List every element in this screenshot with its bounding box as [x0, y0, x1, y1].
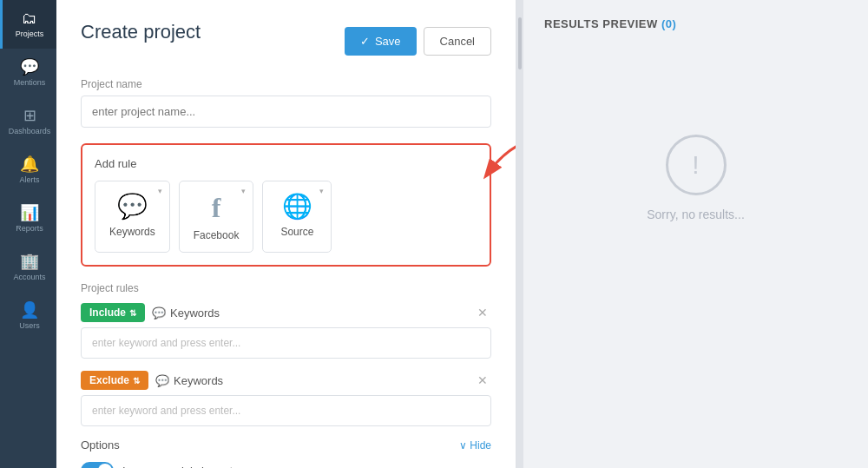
sidebar-item-label: Mentions [14, 78, 46, 87]
save-label: Save [375, 35, 401, 48]
facebook-icon: f [212, 192, 221, 224]
chevron-down-icon: ▾ [241, 187, 246, 195]
rule1-type-icon: 💬 [152, 307, 166, 320]
include-arrow-icon: ⇅ [129, 308, 136, 318]
project-rules-title: Project rules [81, 282, 491, 294]
source-label: Source [280, 226, 313, 238]
rule2-close-button[interactable]: ✕ [474, 373, 491, 387]
sidebar-item-reports[interactable]: 📊 Reports [0, 194, 56, 243]
add-rule-section: Add rule ▾ 💬 Keywords ▾ f Facebook ▾ 🌐 [81, 143, 491, 267]
exclude-arrow-icon: ⇅ [133, 376, 140, 386]
no-results-container: ! Sorry, no results... [544, 48, 847, 308]
main-content: Create project ✓ Save Cancel Project nam… [56, 0, 868, 468]
projects-icon: 🗂 [22, 10, 37, 26]
sidebar-item-label: Accounts [13, 273, 45, 281]
exclude-label: Exclude [89, 374, 129, 386]
accounts-icon: 🏢 [20, 254, 39, 269]
options-section: Options ∨ Hide Ignore special characters… [81, 438, 491, 468]
rule1-close-button[interactable]: ✕ [474, 306, 491, 320]
sidebar: 🗂 Projects 💬 Mentions ⊞ Dashboards 🔔 Ale… [0, 0, 56, 468]
project-rules-section: Project rules Include ⇅ 💬 Keywords ✕ ent… [81, 282, 491, 426]
rule2-type: 💬 Keywords [155, 374, 223, 387]
add-rule-title: Add rule [95, 157, 477, 170]
options-header: Options ∨ Hide [81, 438, 491, 452]
special-chars-label: Ignore special characters [122, 465, 248, 469]
no-results-icon: ! [666, 135, 727, 195]
rule1-type: 💬 Keywords [152, 307, 220, 320]
hide-label: Hide [470, 439, 491, 452]
rule-row-exclude: Exclude ⇅ 💬 Keywords ✕ [81, 371, 491, 390]
rule2-type-label: Keywords [174, 374, 223, 387]
sidebar-item-dashboards[interactable]: ⊞ Dashboards [0, 97, 56, 146]
options-title: Options [81, 438, 120, 452]
keywords-label: Keywords [109, 226, 155, 238]
alerts-icon: 🔔 [20, 156, 39, 172]
results-preview-header: RESULTS PREVIEW (0) [544, 17, 847, 30]
left-panel: Create project ✓ Save Cancel Project nam… [56, 0, 516, 468]
reports-icon: 📊 [20, 205, 39, 221]
project-name-input[interactable] [81, 96, 491, 128]
chevron-down-icon: ▾ [319, 187, 324, 195]
results-preview-title: RESULTS PREVIEW [544, 17, 658, 30]
include-label: Include [89, 307, 126, 319]
rule-row-include: Include ⇅ 💬 Keywords ✕ [81, 303, 491, 322]
exclude-badge[interactable]: Exclude ⇅ [81, 371, 148, 390]
sidebar-item-label: Users [19, 321, 40, 330]
action-buttons: ✓ Save Cancel [345, 27, 491, 56]
facebook-label: Facebook [194, 229, 240, 241]
mentions-icon: 💬 [20, 59, 39, 75]
results-count: (0) [661, 17, 676, 30]
right-panel: RESULTS PREVIEW (0) ! Sorry, no results.… [523, 0, 868, 468]
sidebar-item-label: Reports [16, 224, 43, 233]
save-button[interactable]: ✓ Save [345, 27, 417, 56]
sidebar-item-mentions[interactable]: 💬 Mentions [0, 49, 56, 97]
cancel-button[interactable]: Cancel [424, 27, 491, 56]
toggle-row-special-chars: Ignore special characters [81, 462, 491, 468]
rule2-input-wrap[interactable]: enter keyword and press enter... [81, 395, 491, 426]
source-icon: 🌐 [282, 192, 312, 221]
rule1-type-label: Keywords [170, 307, 220, 320]
chevron-up-icon: ∨ [459, 439, 467, 452]
sidebar-item-projects[interactable]: 🗂 Projects [0, 0, 56, 49]
dashboards-icon: ⊞ [23, 108, 36, 123]
page-title: Create project [81, 21, 201, 43]
project-name-label: Project name [81, 78, 491, 90]
sidebar-item-accounts[interactable]: 🏢 Accounts [0, 243, 56, 292]
rule-card-facebook[interactable]: ▾ f Facebook [179, 181, 254, 253]
project-name-field: Project name [81, 78, 491, 143]
sidebar-item-label: Alerts [19, 175, 39, 184]
sidebar-item-label: Dashboards [9, 127, 51, 135]
chevron-down-icon: ▾ [158, 187, 162, 195]
keywords-icon: 💬 [117, 192, 148, 221]
sidebar-item-users[interactable]: 👤 Users [0, 292, 56, 340]
rule-cards: ▾ 💬 Keywords ▾ f Facebook ▾ 🌐 Source [95, 181, 477, 253]
rule2-input-placeholder: enter keyword and press enter... [92, 405, 240, 417]
sidebar-item-label: Projects [16, 30, 44, 38]
no-results-text: Sorry, no results... [647, 208, 745, 221]
special-chars-toggle[interactable] [81, 462, 114, 468]
rule1-input-wrap[interactable]: enter keyword and press enter... [81, 327, 491, 359]
hide-options-button[interactable]: ∨ Hide [459, 439, 491, 452]
rule1-input-placeholder: enter keyword and press enter... [92, 337, 240, 349]
header-row: Create project ✓ Save Cancel [81, 21, 491, 61]
users-icon: 👤 [20, 302, 39, 318]
rule-card-source[interactable]: ▾ 🌐 Source [262, 181, 332, 253]
sidebar-item-alerts[interactable]: 🔔 Alerts [0, 146, 56, 194]
rule2-type-icon: 💬 [155, 374, 169, 387]
checkmark-icon: ✓ [360, 35, 370, 48]
rule-card-keywords[interactable]: ▾ 💬 Keywords [95, 181, 170, 253]
include-badge[interactable]: Include ⇅ [81, 303, 145, 322]
